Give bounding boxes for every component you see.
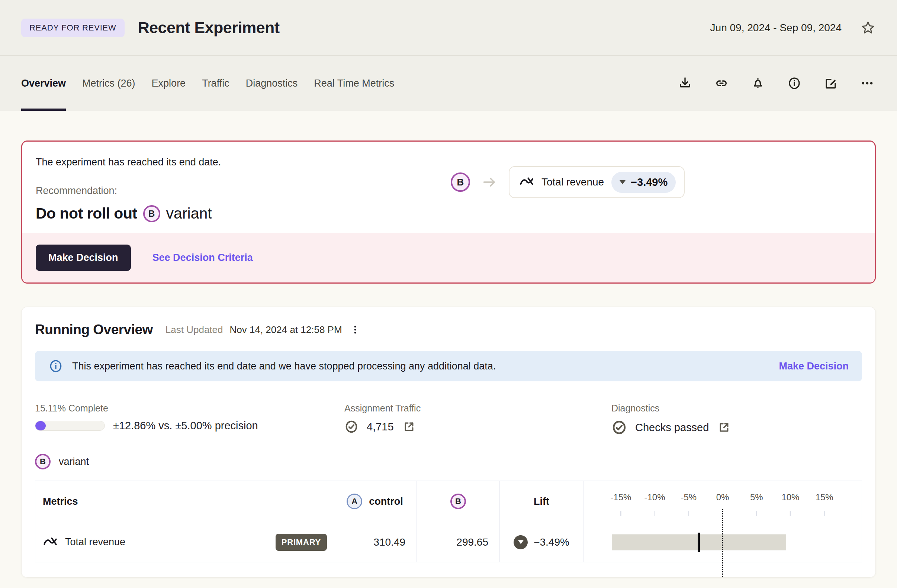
status-badge: READY FOR REVIEW: [21, 18, 125, 37]
progress-bar: [35, 421, 105, 431]
lift-value: −3.49%: [534, 536, 569, 548]
variant-row: B variant: [35, 454, 862, 469]
tab-diagnostics[interactable]: Diagnostics: [246, 56, 298, 111]
assignment-traffic-stat: Assignment Traffic 4,715: [344, 403, 611, 435]
axis-tickmark: [824, 511, 825, 516]
precision-text: ±12.86% vs. ±5.00% precision: [113, 420, 258, 432]
diagnostics-value: Checks passed: [635, 422, 709, 434]
tab-traffic[interactable]: Traffic: [202, 56, 230, 111]
metric-name[interactable]: Total revenue: [65, 536, 126, 548]
tab-overview[interactable]: Overview: [21, 56, 66, 111]
progress-fill: [35, 421, 46, 431]
edit-icon[interactable]: [822, 75, 839, 92]
check-circle-icon: [344, 420, 358, 434]
column-header-variant-b: B: [416, 481, 499, 522]
recommendation-variant-word: variant: [166, 205, 212, 222]
diagnostics-stat: Diagnostics Checks passed: [611, 403, 731, 435]
lift-down-icon: [514, 535, 528, 549]
overview-header: Running Overview Last Updated Nov 14, 20…: [35, 322, 862, 338]
variant-b-badge: B: [143, 205, 160, 222]
axis-tickmark: [620, 511, 621, 516]
axis-tickmark: [654, 511, 655, 516]
chevron-down-icon: [620, 180, 626, 184]
check-circle-icon: [611, 420, 627, 435]
tabs: Overview Metrics (26) Explore Traffic Di…: [21, 56, 394, 111]
alert-message: The experiment has reached its end date.: [36, 156, 861, 168]
banner-make-decision-link[interactable]: Make Decision: [779, 360, 849, 372]
table-row[interactable]: Total revenue PRIMARY 310.49 299.65 −3.4…: [35, 522, 862, 562]
arrow-right-icon: [481, 174, 497, 190]
tab-real-time-metrics[interactable]: Real Time Metrics: [314, 56, 394, 111]
see-decision-criteria-link[interactable]: See Decision Criteria: [153, 252, 253, 264]
column-header-metrics: Metrics: [35, 481, 333, 522]
recommendation-label: Recommendation:: [36, 185, 861, 197]
variant-b-badge: B: [451, 173, 470, 192]
bell-icon[interactable]: [749, 75, 767, 92]
variant-value-cell: 299.65: [416, 522, 499, 562]
primary-tag: PRIMARY: [276, 534, 327, 551]
recommendation-alert: The experiment has reached its end date.…: [21, 141, 876, 284]
alert-footer: Make Decision See Decision Criteria: [22, 233, 875, 283]
last-updated-value: Nov 14, 2024 at 12:58 PM: [230, 324, 342, 336]
overview-title: Running Overview: [35, 322, 153, 338]
axis-tickmark: [790, 511, 791, 516]
end-date-banner: This experiment has reached its end date…: [35, 351, 862, 381]
axis-tick-label: 10%: [781, 492, 799, 502]
control-label: control: [369, 496, 403, 507]
axis-tick-label: -15%: [610, 492, 631, 502]
metrics-table: Metrics A control B Lift -15%-10%-5%0%5%…: [35, 481, 862, 562]
info-icon: [48, 359, 63, 374]
page-title: Recent Experiment: [138, 18, 280, 37]
running-overview-card: Running Overview Last Updated Nov 14, 20…: [21, 307, 876, 577]
axis-tick-label: 15%: [816, 492, 833, 502]
experiment-date-range: Jun 09, 2024 - Sep 09, 2024: [710, 22, 842, 34]
kebab-menu-icon[interactable]: [347, 322, 363, 338]
table-header-row: Metrics A control B Lift -15%-10%-5%0%5%…: [35, 481, 862, 522]
tab-explore[interactable]: Explore: [152, 56, 186, 111]
column-header-lift: Lift: [499, 481, 583, 522]
variant-name: variant: [59, 456, 89, 467]
variant-a-badge: A: [347, 493, 362, 509]
axis-tickmark: [688, 511, 689, 516]
axis-tick-label: -10%: [644, 492, 665, 502]
axis-tickmark: [756, 511, 757, 516]
banner-text: This experiment has reached its end date…: [72, 360, 496, 372]
assignment-traffic-value: 4,715: [367, 421, 394, 433]
assignment-traffic-label: Assignment Traffic: [344, 403, 611, 414]
link-icon[interactable]: [713, 75, 730, 92]
metric-icon: [519, 175, 534, 189]
download-icon[interactable]: [677, 75, 693, 92]
ellipsis-icon[interactable]: [859, 75, 876, 92]
lift-estimate-tick: [698, 533, 700, 552]
lift-axis: -15%-10%-5%0%5%10%15%: [583, 481, 862, 522]
axis-tick-label: 5%: [750, 492, 763, 502]
stats-row: 15.11% Complete ±12.86% vs. ±5.00% preci…: [35, 403, 862, 435]
variant-b-badge: B: [35, 454, 51, 469]
progress-stat: 15.11% Complete ±12.86% vs. ±5.00% preci…: [35, 403, 344, 435]
lift-cell: −3.49%: [499, 522, 583, 562]
last-updated-label: Last Updated: [165, 324, 223, 336]
external-link-icon[interactable]: [402, 420, 416, 434]
metric-chip[interactable]: Total revenue −3.49%: [509, 166, 685, 198]
metric-delta-value: −3.49%: [631, 176, 667, 188]
external-link-icon[interactable]: [717, 420, 731, 434]
recommendation-line: Do not roll out B variant: [36, 205, 861, 222]
tab-bar: Overview Metrics (26) Explore Traffic Di…: [0, 56, 897, 111]
tab-actions: [677, 75, 876, 92]
axis-tick-label: 0%: [716, 492, 729, 502]
column-header-control: A control: [333, 481, 416, 522]
metric-cell: Total revenue PRIMARY: [35, 522, 333, 562]
progress-label: 15.11% Complete: [35, 403, 344, 414]
metric-delta-pill[interactable]: −3.49%: [611, 172, 676, 193]
variant-b-badge: B: [450, 493, 466, 509]
zero-dotted-line: [722, 509, 723, 577]
diagnostics-label: Diagnostics: [611, 403, 731, 414]
metric-chip-label: Total revenue: [542, 176, 604, 188]
control-value-cell: 310.49: [333, 522, 416, 562]
tab-metrics[interactable]: Metrics (26): [82, 56, 135, 111]
star-icon[interactable]: [860, 20, 876, 36]
info-icon[interactable]: [786, 75, 803, 92]
metric-icon: [43, 535, 58, 550]
make-decision-button[interactable]: Make Decision: [36, 244, 131, 271]
main-content: The experiment has reached its end date.…: [0, 111, 897, 577]
